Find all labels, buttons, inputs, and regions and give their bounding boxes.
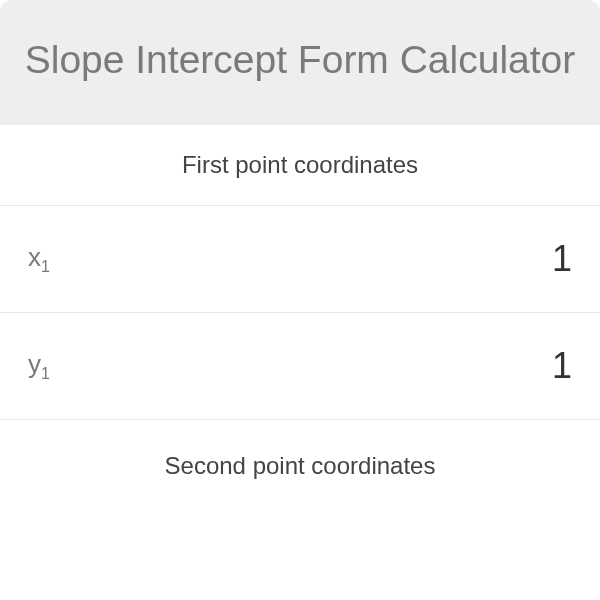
x1-input[interactable] <box>372 238 572 280</box>
y1-label: y1 <box>28 349 50 383</box>
page-title: Slope Intercept Form Calculator <box>20 36 580 85</box>
header: Slope Intercept Form Calculator <box>0 0 600 125</box>
x1-row: x1 <box>0 206 600 313</box>
y1-row: y1 <box>0 313 600 420</box>
second-point-heading: Second point coordinates <box>0 420 600 490</box>
y1-label-text: y <box>28 349 41 379</box>
calculator-card: Slope Intercept Form Calculator First po… <box>0 0 600 490</box>
x1-label: x1 <box>28 242 50 276</box>
y1-subscript: 1 <box>41 365 50 382</box>
first-point-heading: First point coordinates <box>0 125 600 206</box>
x1-label-text: x <box>28 242 41 272</box>
y1-input[interactable] <box>372 345 572 387</box>
x1-subscript: 1 <box>41 258 50 275</box>
